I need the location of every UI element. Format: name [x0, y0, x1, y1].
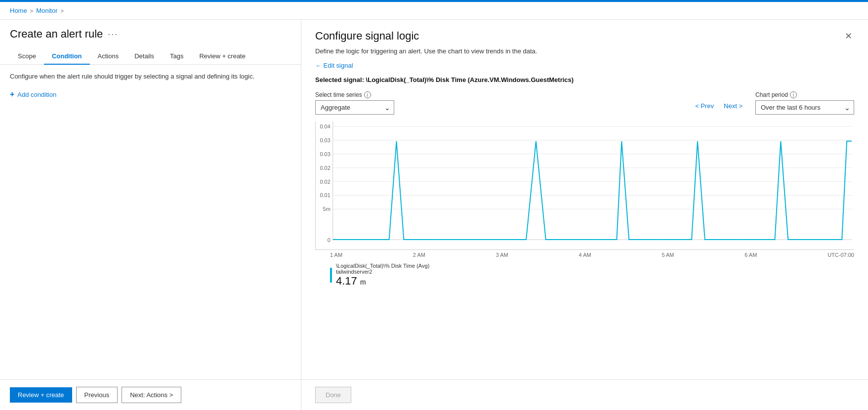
- right-panel-footer: Done: [301, 379, 868, 410]
- right-panel-header: Configure signal logic ✕ Define the logi…: [301, 20, 868, 122]
- selected-signal: Selected signal: \LogicalDisk(_Total)\% …: [315, 76, 854, 83]
- next-button[interactable]: Next >: [721, 100, 745, 112]
- legend-text-group: \LogicalDisk(_Total)\% Disk Time (Avg) t…: [336, 263, 429, 287]
- svg-text:5m: 5m: [323, 206, 331, 212]
- tab-condition[interactable]: Condition: [44, 48, 90, 65]
- chart-svg: 0.04 0.03 0.03 0.02 0.02 0.01 5m 0: [316, 122, 854, 249]
- done-button[interactable]: Done: [315, 387, 351, 403]
- svg-text:0.02: 0.02: [320, 165, 331, 171]
- left-panel-footer: Review + create Previous Next: Actions >: [0, 379, 301, 410]
- plus-icon: +: [10, 90, 14, 99]
- time-series-select[interactable]: Aggregate tailwindserver2: [315, 100, 394, 115]
- x-label-2am: 2 AM: [413, 252, 425, 258]
- configure-desc: Configure when the alert rule should tri…: [10, 73, 291, 80]
- edit-signal-link[interactable]: ← Edit signal: [315, 62, 353, 69]
- legend-color-bar: [330, 268, 332, 283]
- chart-controls: Select time series i Aggregate tailwinds…: [315, 91, 854, 115]
- right-panel: Configure signal logic ✕ Define the logi…: [301, 20, 868, 410]
- prev-button[interactable]: < Prev: [692, 100, 717, 112]
- svg-text:0.02: 0.02: [320, 178, 331, 184]
- tabs: Scope Condition Actions Details Tags Rev…: [0, 48, 301, 65]
- x-label-5am: 5 AM: [661, 252, 674, 258]
- chart-period-select-wrapper: Over the last 1 hour Over the last 6 hou…: [755, 100, 854, 115]
- page-title-dots[interactable]: ···: [108, 29, 118, 40]
- x-label-utc: UTC-07:00: [827, 252, 854, 258]
- tab-details[interactable]: Details: [126, 48, 162, 65]
- legend-item: \LogicalDisk(_Total)\% Disk Time (Avg) t…: [330, 263, 854, 287]
- x-label-3am: 3 AM: [496, 252, 508, 258]
- chart-period-select[interactable]: Over the last 1 hour Over the last 6 hou…: [755, 100, 854, 115]
- legend-server-name: tailwindserver2: [336, 269, 429, 275]
- panel-desc: Define the logic for triggering an alert…: [315, 47, 854, 55]
- previous-button[interactable]: Previous: [76, 387, 118, 403]
- legend-signal-name: \LogicalDisk(_Total)\% Disk Time (Avg): [336, 263, 429, 269]
- add-condition-button[interactable]: + Add condition: [10, 90, 56, 99]
- left-panel: Create an alert rule ··· Scope Condition…: [0, 20, 301, 410]
- page-title: Create an alert rule: [10, 28, 103, 41]
- next-actions-button[interactable]: Next: Actions >: [122, 387, 181, 403]
- main-layout: Create an alert rule ··· Scope Condition…: [0, 20, 868, 410]
- x-label-6am: 6 AM: [744, 252, 757, 258]
- tab-review-create[interactable]: Review + create: [191, 48, 253, 65]
- panel-title: Configure signal logic: [315, 30, 419, 42]
- panel-title-row: Configure signal logic ✕: [315, 30, 854, 42]
- add-condition-label: Add condition: [17, 91, 56, 98]
- nav-btns: < Prev Next >: [692, 100, 745, 115]
- time-series-label: Select time series i: [315, 91, 394, 98]
- chart-period-label: Chart period i: [755, 91, 854, 98]
- breadcrumb-home[interactable]: Home: [10, 7, 27, 14]
- breadcrumb-sep2: >: [60, 8, 63, 14]
- tab-tags[interactable]: Tags: [162, 48, 191, 65]
- page-title-row: Create an alert rule ···: [10, 28, 291, 41]
- left-panel-header: Create an alert rule ··· Scope Condition…: [0, 20, 301, 65]
- breadcrumb-sep1: >: [30, 8, 33, 14]
- chart-container: 0.04 0.03 0.03 0.02 0.02 0.01 5m 0: [315, 122, 854, 250]
- time-series-info-icon[interactable]: i: [364, 91, 371, 98]
- chart-legend: \LogicalDisk(_Total)\% Disk Time (Avg) t…: [315, 258, 854, 287]
- legend-unit: m: [360, 278, 366, 286]
- svg-text:0.04: 0.04: [320, 123, 331, 129]
- time-series-group: Select time series i Aggregate tailwinds…: [315, 91, 394, 115]
- breadcrumb: Home > Monitor >: [0, 2, 868, 20]
- review-create-button[interactable]: Review + create: [10, 387, 72, 403]
- legend-value: 4.17 m: [336, 275, 429, 287]
- chart-area: 0.04 0.03 0.03 0.02 0.02 0.01 5m 0: [301, 122, 868, 379]
- tab-actions[interactable]: Actions: [90, 48, 127, 65]
- chart-period-info-icon[interactable]: i: [790, 91, 797, 98]
- svg-text:0: 0: [328, 237, 331, 243]
- close-button[interactable]: ✕: [843, 30, 854, 42]
- tab-scope[interactable]: Scope: [10, 48, 44, 65]
- breadcrumb-monitor[interactable]: Monitor: [36, 7, 57, 14]
- chart-period-group: Chart period i Over the last 1 hour Over…: [755, 91, 854, 115]
- svg-text:0.01: 0.01: [320, 192, 331, 198]
- time-series-select-wrapper: Aggregate tailwindserver2: [315, 100, 394, 115]
- x-label-1am: 1 AM: [330, 252, 342, 258]
- x-label-4am: 4 AM: [579, 252, 591, 258]
- svg-text:0.03: 0.03: [320, 137, 331, 143]
- svg-text:0.03: 0.03: [320, 151, 331, 157]
- left-panel-body: Configure when the alert rule should tri…: [0, 65, 301, 379]
- chart-x-labels: 1 AM 2 AM 3 AM 4 AM 5 AM 6 AM UTC-07:00: [315, 250, 854, 258]
